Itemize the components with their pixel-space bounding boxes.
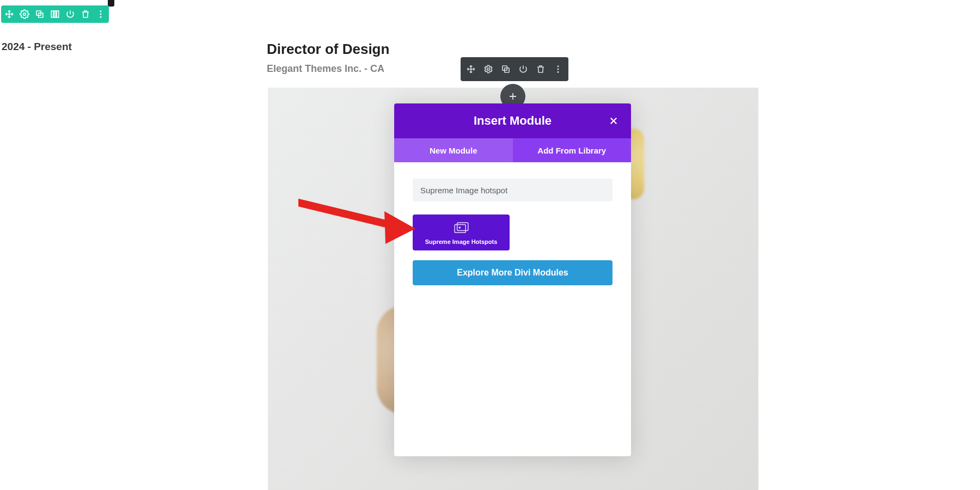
tab-new-module[interactable]: New Module bbox=[394, 138, 513, 162]
close-icon[interactable] bbox=[607, 114, 620, 127]
svg-point-9 bbox=[487, 68, 490, 71]
power-icon[interactable] bbox=[518, 64, 528, 74]
modal-tabs: New Module Add From Library bbox=[394, 138, 631, 162]
svg-point-6 bbox=[100, 10, 102, 12]
power-icon[interactable] bbox=[65, 9, 75, 19]
tab-add-from-library[interactable]: Add From Library bbox=[513, 138, 632, 162]
date-text: 2024 - Present bbox=[2, 41, 72, 53]
more-icon[interactable] bbox=[96, 9, 106, 19]
move-icon[interactable] bbox=[4, 9, 14, 19]
svg-point-0 bbox=[23, 13, 26, 16]
svg-rect-3 bbox=[51, 11, 53, 17]
gear-icon[interactable] bbox=[20, 9, 29, 19]
job-title: Director of Design bbox=[267, 41, 389, 58]
modal-title: Insert Module bbox=[474, 114, 552, 128]
insert-module-modal: Insert Module New Module Add From Librar… bbox=[394, 103, 631, 456]
job-subtitle: Elegant Themes Inc. - CA bbox=[267, 63, 384, 75]
module-toolbar bbox=[461, 57, 568, 81]
trash-icon[interactable] bbox=[81, 9, 90, 19]
svg-point-8 bbox=[100, 16, 102, 18]
modal-body: Supreme Image Hotspots Explore More Divi… bbox=[394, 162, 631, 456]
svg-rect-5 bbox=[57, 11, 59, 17]
explore-modules-button[interactable]: Explore More Divi Modules bbox=[413, 260, 612, 285]
svg-rect-16 bbox=[457, 223, 468, 231]
svg-point-12 bbox=[558, 65, 559, 67]
module-search-input[interactable] bbox=[413, 179, 612, 201]
svg-point-7 bbox=[100, 14, 102, 15]
svg-rect-4 bbox=[54, 11, 56, 17]
move-icon[interactable] bbox=[466, 64, 476, 74]
trash-icon[interactable] bbox=[536, 64, 546, 74]
modal-header: Insert Module bbox=[394, 103, 631, 138]
gear-icon[interactable] bbox=[483, 64, 493, 74]
more-icon[interactable] bbox=[553, 64, 563, 74]
module-card-supreme-image-hotspots[interactable]: Supreme Image Hotspots bbox=[413, 215, 510, 250]
svg-rect-15 bbox=[455, 225, 465, 233]
section-toolbar bbox=[1, 5, 109, 23]
module-card-label: Supreme Image Hotspots bbox=[418, 238, 504, 245]
duplicate-icon[interactable] bbox=[35, 9, 45, 19]
section-flag bbox=[108, 0, 114, 7]
columns-icon[interactable] bbox=[50, 9, 60, 19]
svg-point-14 bbox=[558, 71, 559, 73]
module-icon bbox=[453, 222, 469, 234]
svg-point-17 bbox=[458, 226, 461, 229]
svg-point-13 bbox=[558, 69, 559, 70]
duplicate-icon[interactable] bbox=[501, 64, 511, 74]
